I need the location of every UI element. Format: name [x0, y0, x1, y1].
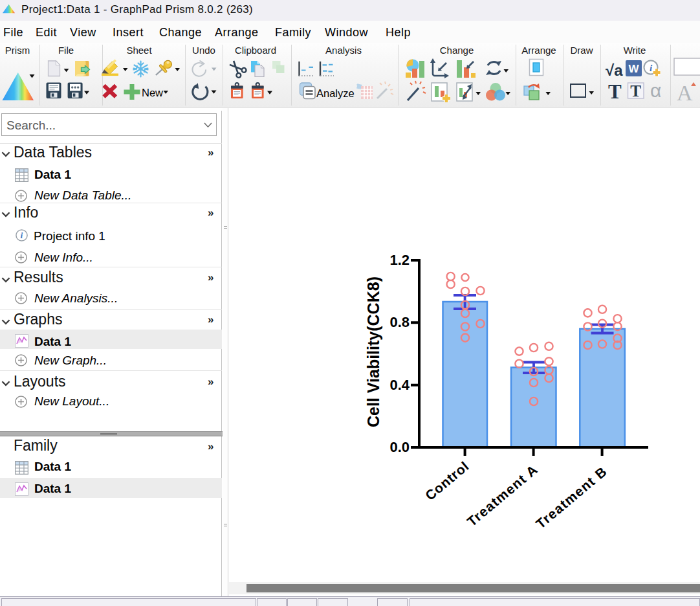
svg-text:Treatment A: Treatment A	[464, 462, 540, 529]
svg-text:i: i	[21, 230, 23, 240]
svg-text:Treatment B: Treatment B	[533, 464, 610, 532]
svg-text:1.2: 1.2	[389, 252, 410, 268]
svg-text:W: W	[628, 63, 639, 75]
svg-text:0.0: 0.0	[389, 439, 410, 455]
svg-text:New: New	[142, 87, 163, 98]
svg-text:A: A	[677, 81, 693, 105]
svg-text:T: T	[608, 80, 622, 103]
svg-text:α: α	[650, 80, 661, 101]
svg-text:Analyze: Analyze	[316, 87, 355, 99]
svg-text:Cell Viability(CCK8): Cell Viability(CCK8)	[364, 276, 382, 427]
svg-text:0.8: 0.8	[389, 314, 410, 330]
svg-text:Control: Control	[422, 458, 472, 503]
svg-text:T: T	[630, 82, 641, 100]
svg-text:0.4: 0.4	[389, 377, 410, 393]
svg-text:√a: √a	[606, 62, 623, 79]
